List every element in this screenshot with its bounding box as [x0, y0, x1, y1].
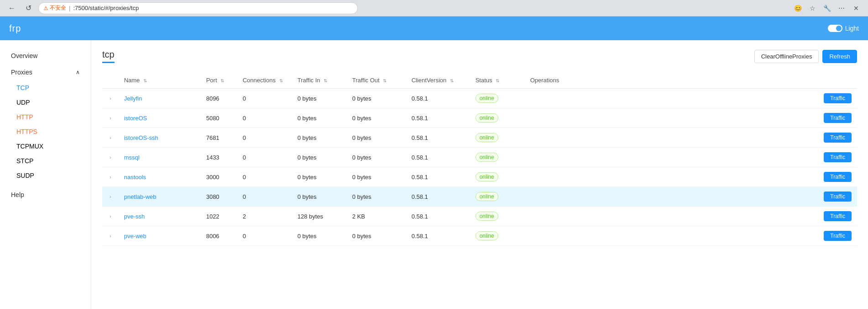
expand-cell: › [102, 148, 119, 167]
proxy-version-cell: 0.58.1 [406, 89, 470, 108]
expand-button[interactable]: › [108, 232, 113, 240]
traffic-button[interactable]: Traffic [824, 113, 852, 123]
expand-button[interactable]: › [108, 173, 113, 181]
traffic-button[interactable]: Traffic [824, 133, 852, 143]
sort-icon-traffic-in: ⇅ [324, 78, 327, 83]
proxy-name-link[interactable]: istoreOS [124, 115, 147, 122]
expand-button[interactable]: › [108, 193, 113, 200]
sort-icon-version: ⇅ [450, 78, 454, 83]
sidebar-item-tcpmux[interactable]: TCPMUX [0, 139, 91, 154]
proxy-traffic-out-cell: 0 bytes [347, 108, 406, 128]
proxy-version-cell: 0.58.1 [406, 108, 470, 128]
proxy-connections-cell: 2 [237, 207, 292, 226]
sort-icon-port: ⇅ [220, 78, 224, 83]
proxy-connections-cell: 0 [237, 128, 292, 148]
proxy-name-link[interactable]: pve-ssh [124, 213, 145, 220]
traffic-button[interactable]: Traffic [824, 231, 852, 241]
proxy-name-cell: mssql [119, 148, 201, 167]
refresh-button[interactable]: Refresh [822, 50, 857, 63]
proxy-table: Name ⇅ Port ⇅ Connections ⇅ Traffic In ⇅… [102, 72, 857, 246]
proxy-name-link[interactable]: nastools [124, 174, 146, 181]
col-header-status[interactable]: Status ⇅ [470, 72, 525, 89]
proxy-connections-cell: 0 [237, 226, 292, 246]
proxy-name-link[interactable]: mssql [124, 154, 140, 161]
col-header-operations: Operations [525, 72, 857, 89]
proxy-name-link[interactable]: pnetlab-web [124, 193, 157, 200]
traffic-button[interactable]: Traffic [824, 152, 852, 162]
traffic-button[interactable]: Traffic [824, 93, 852, 103]
proxy-traffic-out-cell: 0 bytes [347, 128, 406, 148]
reload-button[interactable]: ↺ [22, 2, 35, 15]
http-label: HTTP [16, 113, 33, 121]
more-icon[interactable]: ⋯ [835, 2, 848, 15]
app-body: Overview Proxies ∧ TCP UDP HTTP HTTPS TC… [0, 40, 868, 309]
col-header-client-version[interactable]: ClientVersion ⇅ [406, 72, 470, 89]
proxy-version-cell: 0.58.1 [406, 207, 470, 226]
tcp-label: TCP [16, 84, 29, 91]
proxy-port-cell: 3000 [201, 167, 237, 187]
sort-icon-status: ⇅ [496, 78, 499, 83]
proxy-port-cell: 8096 [201, 89, 237, 108]
proxy-name-link[interactable]: istoreOS-ssh [124, 134, 158, 141]
address-bar[interactable]: ⚠ 不安全 | :7500/static/#/proxies/tcp [38, 2, 358, 14]
extensions-icon[interactable]: 🔧 [821, 2, 833, 15]
proxy-connections-cell: 0 [237, 167, 292, 187]
expand-button[interactable]: › [108, 134, 113, 141]
sidebar-item-https[interactable]: HTTPS [0, 124, 91, 139]
status-badge: online [476, 153, 498, 162]
col-header-port[interactable]: Port ⇅ [201, 72, 237, 89]
sidebar-item-tcp[interactable]: TCP [0, 80, 91, 95]
close-icon[interactable]: ✕ [850, 2, 863, 15]
proxy-name-cell: pnetlab-web [119, 187, 201, 207]
proxy-traffic-out-cell: 0 bytes [347, 89, 406, 108]
star-icon[interactable]: ☆ [806, 2, 819, 15]
sidebar-item-help[interactable]: Help [0, 186, 91, 203]
traffic-button[interactable]: Traffic [824, 172, 852, 182]
status-badge: online [476, 231, 498, 240]
col-header-traffic-out[interactable]: Traffic Out ⇅ [347, 72, 406, 89]
proxy-name-link[interactable]: Jellyfin [124, 95, 142, 102]
status-badge: online [476, 212, 498, 221]
proxy-operations-cell: Traffic [525, 148, 857, 167]
profile-icon[interactable]: 😊 [791, 2, 804, 15]
proxy-status-cell: online [470, 167, 525, 187]
sidebar-section-proxies[interactable]: Proxies ∧ [0, 64, 91, 80]
status-badge: online [476, 113, 498, 123]
proxy-name-cell: istoreOS [119, 108, 201, 128]
col-header-name[interactable]: Name ⇅ [119, 72, 201, 89]
status-badge: online [476, 133, 498, 142]
expand-cell: › [102, 108, 119, 128]
back-button[interactable]: ← [5, 2, 18, 15]
table-row: › Jellyfin 8096 0 0 bytes 0 bytes 0.58.1… [102, 89, 857, 108]
col-header-connections[interactable]: Connections ⇅ [237, 72, 292, 89]
expand-button[interactable]: › [108, 213, 113, 220]
sidebar-item-sudp[interactable]: SUDP [0, 168, 91, 183]
table-header-row: Name ⇅ Port ⇅ Connections ⇅ Traffic In ⇅… [102, 72, 857, 89]
traffic-button[interactable]: Traffic [824, 192, 852, 202]
expand-button[interactable]: › [108, 154, 113, 161]
expand-button[interactable]: › [108, 95, 113, 102]
table-row: › nastools 3000 0 0 bytes 0 bytes 0.58.1… [102, 167, 857, 187]
sidebar-item-udp[interactable]: UDP [0, 95, 91, 110]
expand-cell: › [102, 167, 119, 187]
proxy-status-cell: online [470, 108, 525, 128]
toggle-switch[interactable] [828, 25, 842, 32]
col-header-traffic-in[interactable]: Traffic In ⇅ [292, 72, 347, 89]
table-row: › pnetlab-web 3080 0 0 bytes 0 bytes 0.5… [102, 187, 857, 207]
proxy-status-cell: online [470, 187, 525, 207]
proxy-traffic-in-cell: 0 bytes [292, 108, 347, 128]
traffic-button[interactable]: Traffic [824, 211, 852, 221]
proxy-traffic-out-cell: 0 bytes [347, 226, 406, 246]
proxy-name-link[interactable]: pve-web [124, 233, 146, 240]
theme-toggle[interactable]: Light [828, 25, 859, 32]
help-label: Help [11, 191, 24, 198]
expand-button[interactable]: › [108, 114, 113, 122]
proxy-status-cell: online [470, 226, 525, 246]
col-header-expand [102, 72, 119, 89]
proxies-label: Proxies [11, 69, 32, 76]
sidebar-item-http[interactable]: HTTP [0, 110, 91, 124]
sidebar-item-stcp[interactable]: STCP [0, 154, 91, 168]
clear-offline-button[interactable]: ClearOfflineProxies [754, 50, 819, 63]
proxy-traffic-in-cell: 128 bytes [292, 207, 347, 226]
sidebar-item-overview[interactable]: Overview [0, 48, 91, 64]
